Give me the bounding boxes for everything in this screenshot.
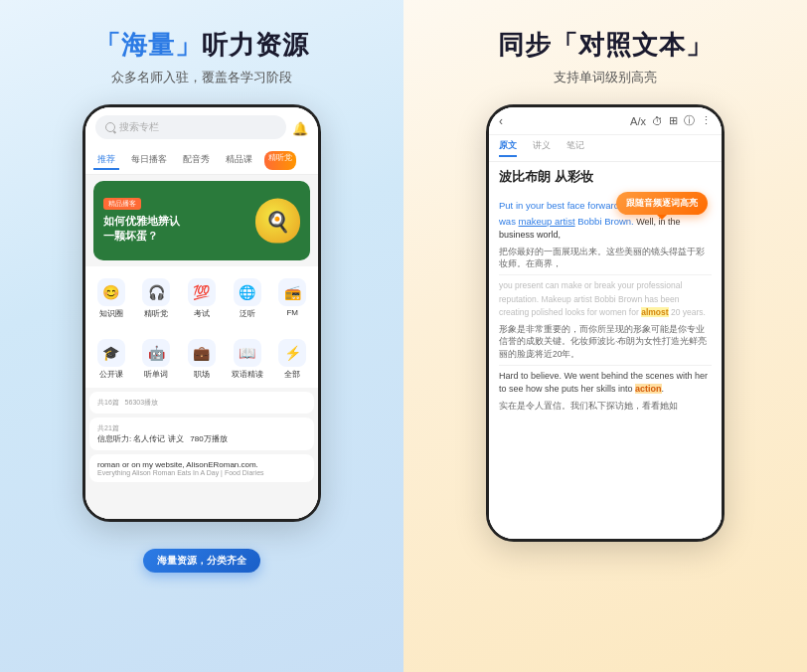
dimmed-text-block: you present can make or break your profe…	[499, 279, 712, 320]
tab-premium[interactable]: 精品课	[222, 151, 256, 170]
cn-text-2: 形象是非常重要的，而你所呈现的形象可能是你专业信誉的成败关键。化妆师波比·布朗为…	[499, 323, 712, 361]
phone-screen-right: ‹ A/x ⏱ ⊞ ⓘ ⋮ 原文 讲义 笔记 波比布朗 从彩妆 跟随音频逐词高亮	[489, 107, 722, 539]
icon-exam[interactable]: 💯 考试	[180, 274, 224, 323]
more-icon[interactable]: ⋮	[701, 114, 712, 127]
icon-knowledge-circle[interactable]: 😊 知识圈	[89, 274, 133, 323]
phone-mockup-right: ‹ A/x ⏱ ⊞ ⓘ ⋮ 原文 讲义 笔记 波比布朗 从彩妆 跟随音频逐词高亮	[486, 104, 725, 542]
right-subtitle: 支持单词级别高亮	[554, 69, 657, 86]
right-panel: 同步「对照文本」 支持单词级别高亮 ‹ A/x ⏱ ⊞ ⓘ ⋮ 原文 讲义 笔记	[404, 0, 807, 672]
icon-label-extensive: 泛听	[240, 308, 255, 319]
radio-icon: 📻	[278, 278, 306, 306]
cn-heading: 波比布朗 从彩妆	[489, 162, 722, 192]
phone-mockup-left: 搜索专栏 推荐 每日播客 配音秀 精品课 精听党 精品播客 如何优雅地辨认 一颗…	[82, 104, 321, 522]
tab-memo[interactable]: 笔记	[566, 139, 584, 157]
tab-notes[interactable]: 讲义	[533, 139, 551, 157]
cn-text-3: 实在是令人置信。我们私下探访她，看看她如	[499, 400, 712, 413]
makeup-artist-text: makeup artist	[519, 216, 575, 227]
list-item-3[interactable]: roman or on my website, AlisonERoman.com…	[89, 454, 314, 482]
highlight-tooltip: 跟随音频逐词高亮	[616, 192, 708, 215]
featured-banner: 精品播客 如何优雅地辨认 一颗坏蛋？ 🍳	[93, 181, 310, 260]
bell-icon	[292, 119, 308, 135]
icon-label-all: 全部	[284, 369, 300, 380]
search-bar: 搜索专栏	[85, 107, 318, 147]
resource-bubble: 海量资源，分类齐全	[143, 549, 260, 573]
icon-grid-row2: 🎓 公开课 🤖 听单词 💼 职场 📖 双语精读 ⚡ 全部	[85, 327, 318, 388]
icon-all[interactable]: ⚡ 全部	[270, 335, 314, 384]
icon-label-knowledge: 知识圈	[99, 308, 123, 319]
icon-label-open-course: 公开课	[99, 369, 123, 380]
list-section: 共16篇 56303播放 共21篇 信息听力: 名人传记 讲义 780万播放 r…	[85, 388, 318, 519]
icon-label-fm: FM	[286, 308, 298, 317]
info-icon[interactable]: ⓘ	[684, 113, 695, 128]
list-title-2: 信息听力: 名人传记 讲义 780万播放	[97, 433, 306, 444]
icon-label-listen-words: 听单词	[144, 369, 168, 380]
action-text: action	[635, 384, 662, 394]
list-item-1[interactable]: 共16篇 56303播放	[89, 392, 314, 414]
list-count-1: 共16篇 56303播放	[97, 399, 158, 406]
search-icon	[105, 122, 115, 132]
global-icon: 🌐	[234, 278, 261, 306]
text-content: Put in your best face forward. Behind th…	[489, 192, 722, 539]
icon-workplace[interactable]: 💼 职场	[180, 335, 224, 384]
left-panel: 「海量」听力资源 众多名师入驻，覆盖各学习阶段 搜索专栏 推荐 每日播客 配音秀…	[0, 0, 404, 672]
search-input-mock[interactable]: 搜索专栏	[95, 115, 286, 139]
icon-open-course[interactable]: 🎓 公开课	[89, 335, 133, 384]
list-item-2[interactable]: 共21篇 信息听力: 名人传记 讲义 780万播放	[89, 418, 314, 450]
clock-icon[interactable]: ⏱	[652, 115, 663, 127]
icon-listen-party[interactable]: 🎧 精听党	[135, 274, 179, 323]
header-icons: A/x ⏱ ⊞ ⓘ ⋮	[630, 113, 712, 128]
tab-recommend[interactable]: 推荐	[93, 151, 119, 170]
hard-believe-text: Hard to believe. We went behind the scen…	[499, 371, 708, 395]
icon-label-workplace: 职场	[194, 369, 210, 380]
period-text: .	[662, 384, 665, 394]
ai-icon: 🤖	[142, 339, 170, 367]
right-title: 同步「对照文本」	[498, 28, 713, 63]
bobbi-brown-text: Bobbi Brown.	[575, 216, 634, 227]
right-phone-header: ‹ A/x ⏱ ⊞ ⓘ ⋮	[489, 107, 722, 135]
icon-label-listen: 精听党	[144, 308, 168, 319]
nav-tabs: 推荐 每日播客 配音秀 精品课 精听党	[85, 147, 318, 175]
tab-daily-podcast[interactable]: 每日播客	[127, 151, 171, 170]
right-tabs: 原文 讲义 笔记	[489, 135, 722, 162]
icon-bilingual[interactable]: 📖 双语精读	[226, 335, 269, 384]
featured-label: 精品播客	[103, 198, 141, 210]
divider-1	[499, 274, 712, 275]
list-title-3: roman or on my website, AlisonERoman.com…	[97, 460, 306, 469]
all-icon: ⚡	[278, 339, 306, 367]
search-placeholder: 搜索专栏	[119, 120, 159, 134]
icon-label-bilingual: 双语精读	[232, 369, 263, 380]
left-subtitle: 众多名师入驻，覆盖各学习阶段	[111, 69, 292, 86]
list-subtitle-3: Everything Alison Roman Eats In A Day | …	[97, 469, 306, 476]
left-title: 「海量」听力资源	[94, 28, 309, 63]
add-icon[interactable]: ⊞	[669, 114, 678, 127]
text-size-icon[interactable]: A/x	[630, 115, 646, 127]
knowledge-icon: 😊	[97, 278, 125, 306]
left-title-suffix: 听力资源	[202, 30, 309, 60]
graduation-icon: 🎓	[97, 339, 125, 367]
book-icon: 📖	[234, 339, 261, 367]
tab-listen-badge[interactable]: 精听党	[264, 151, 296, 170]
divider-2	[499, 365, 712, 366]
icon-fm[interactable]: 📻 FM	[270, 274, 314, 323]
dimmed-text-2: 20 years.	[669, 307, 706, 317]
briefcase-icon: 💼	[188, 339, 216, 367]
egg-graphic: 🍳	[255, 199, 300, 244]
almost-text: almost	[641, 307, 668, 317]
tab-original[interactable]: 原文	[499, 139, 517, 157]
headphones-icon: 🎧	[142, 278, 170, 306]
tab-dubbing[interactable]: 配音秀	[179, 151, 214, 170]
icon-label-exam: 考试	[194, 308, 210, 319]
icon-listen-words[interactable]: 🤖 听单词	[135, 335, 179, 384]
left-title-prefix: 「海量」	[94, 30, 202, 60]
icon-extensive-listen[interactable]: 🌐 泛听	[226, 274, 269, 323]
exam-icon: 💯	[188, 278, 216, 306]
cn-text-1: 把你最好的一面展现出来。这些美丽的镜头得益于彩妆师。在商界，	[499, 246, 712, 271]
hard-believe-block: Hard to believe. We went behind the scen…	[499, 370, 712, 397]
list-count-2: 共21篇	[97, 423, 306, 433]
phone-screen-left: 搜索专栏 推荐 每日播客 配音秀 精品课 精听党 精品播客 如何优雅地辨认 一颗…	[85, 107, 318, 519]
icon-grid-row1: 😊 知识圈 🎧 精听党 💯 考试 🌐 泛听 📻 FM	[85, 266, 318, 327]
back-arrow-icon[interactable]: ‹	[499, 114, 503, 128]
